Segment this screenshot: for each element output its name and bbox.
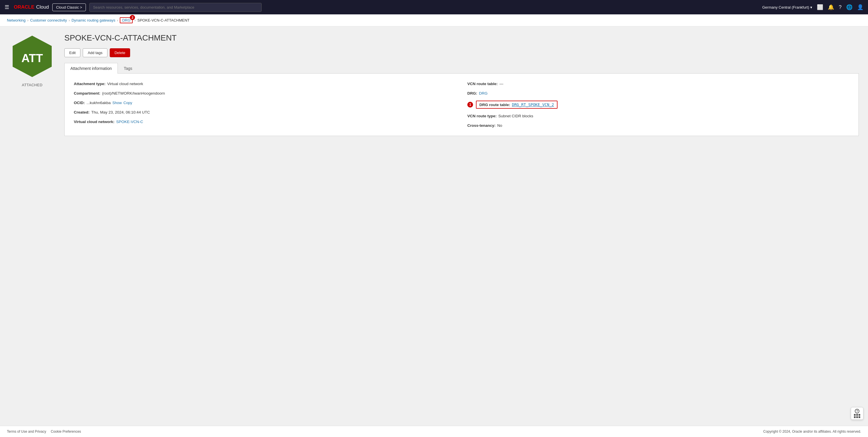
region-label: Germany Central (Frankfurt) — [762, 5, 809, 9]
add-tags-button[interactable]: Add tags — [83, 48, 107, 57]
created-label: Created: — [74, 110, 90, 114]
vcn-value-link[interactable]: SPOKE-VCN-C — [116, 120, 143, 124]
hamburger-menu-icon[interactable]: ☰ — [5, 4, 9, 10]
breadcrumb-sep-1: › — [27, 19, 28, 23]
footer-copyright: Copyright © 2024, Oracle and/or its affi… — [763, 430, 861, 434]
action-buttons: Edit Add tags Delete — [64, 48, 859, 57]
footer-terms-link[interactable]: Terms of Use and Privacy — [7, 430, 46, 434]
page-title: SPOKE-VCN-C-ATTACHMENT — [64, 33, 859, 42]
oracle-text: ORACLE — [14, 4, 34, 10]
info-right-column: VCN route table: — DRG: DRG 1 DRG route … — [467, 82, 849, 128]
info-left-column: Attachment type: Virtual cloud network C… — [74, 82, 456, 128]
tabs-bar: Attachment information Tags — [64, 63, 859, 74]
breadcrumb-dynamic-routing-gateways[interactable]: Dynamic routing gateways — [71, 18, 115, 23]
oracle-logo: ORACLE Cloud — [14, 4, 49, 10]
footer: Terms of Use and Privacy Cookie Preferen… — [0, 426, 868, 437]
console-icon[interactable]: ⬜ — [817, 4, 823, 10]
delete-button[interactable]: Delete — [110, 48, 130, 57]
attachment-type-label: Attachment type: — [74, 82, 105, 86]
tab-tags[interactable]: Tags — [118, 63, 138, 74]
help-dot-2 — [856, 414, 858, 416]
cross-tenancy-label: Cross-tenancy: — [467, 123, 495, 128]
help-ring-icon: ? — [855, 409, 859, 413]
vcn-route-type-label: VCN route type: — [467, 114, 497, 118]
cross-tenancy-row: Cross-tenancy: No — [467, 123, 849, 128]
help-widget[interactable]: ? — [851, 407, 863, 420]
help-dot-3 — [859, 414, 860, 416]
vcn-row: Virtual cloud network: SPOKE-VCN-C — [74, 120, 456, 124]
vcn-route-type-value: Subnet CIDR blocks — [498, 114, 533, 118]
notification-bell-icon[interactable]: 🔔 — [828, 4, 834, 10]
footer-cookies-link[interactable]: Cookie Preferences — [51, 430, 81, 434]
compartment-row: Compartment: (root)/NETWORK/IwanHoogendo… — [74, 91, 456, 95]
attachment-status-label: ATTACHED — [22, 83, 42, 87]
help-dot-4 — [854, 416, 856, 418]
edit-button[interactable]: Edit — [64, 48, 81, 57]
user-avatar-icon[interactable]: 👤 — [857, 4, 863, 10]
vcn-route-table-value: — — [499, 82, 503, 86]
drg-value-link[interactable]: DRG — [479, 91, 488, 95]
drg-label: DRG: — [467, 91, 477, 95]
vcn-label: Virtual cloud network: — [74, 120, 115, 124]
cloud-text: Cloud — [36, 4, 49, 10]
drg-route-table-box: DRG route table: DRG_RT_SPOKE_VCN_2 — [476, 100, 558, 109]
breadcrumb: Networking › Customer connectivity › Dyn… — [0, 14, 868, 26]
attachment-icon: ATT — [9, 33, 55, 79]
right-content: SPOKE-VCN-C-ATTACHMENT Edit Add tags Del… — [64, 33, 859, 136]
page-layout: ATT ATTACHED SPOKE-VCN-C-ATTACHMENT Edit… — [9, 33, 859, 136]
cloud-classic-button[interactable]: Cloud Classic > — [52, 3, 86, 11]
region-selector[interactable]: Germany Central (Frankfurt) ▾ — [762, 5, 812, 9]
help-dot-5 — [856, 416, 858, 418]
breadcrumb-current-page: SPOKE-VCN-C-ATTACHMENT — [137, 18, 190, 23]
breadcrumb-networking[interactable]: Networking — [7, 18, 26, 23]
tab-attachment-information[interactable]: Attachment information — [64, 63, 118, 74]
compartment-value: (root)/NETWORK/IwanHoogendoorn — [102, 91, 165, 95]
help-dot-6 — [859, 416, 860, 418]
created-row: Created: Thu, May 23, 2024, 06:10:44 UTC — [74, 110, 456, 114]
ocid-label: OCID: — [74, 100, 85, 105]
svg-text:ATT: ATT — [22, 52, 43, 64]
breadcrumb-sep-3: › — [117, 19, 118, 23]
breadcrumb-sep-4: › — [134, 19, 135, 23]
vcn-route-table-label: VCN route table: — [467, 82, 498, 86]
footer-links: Terms of Use and Privacy Cookie Preferen… — [7, 430, 81, 434]
drg-route-table-link[interactable]: DRG_RT_SPOKE_VCN_2 — [512, 103, 554, 107]
created-value: Thu, May 23, 2024, 06:10:44 UTC — [91, 110, 150, 114]
drg-route-badge: 1 — [467, 102, 473, 108]
attachment-type-row: Attachment type: Virtual cloud network — [74, 82, 456, 86]
ocid-show-link[interactable]: Show — [112, 100, 122, 105]
top-navigation: ☰ ORACLE Cloud Cloud Classic > Germany C… — [0, 0, 868, 14]
info-grid: Attachment type: Virtual cloud network C… — [74, 82, 849, 128]
info-panel: Attachment type: Virtual cloud network C… — [64, 74, 859, 136]
search-input[interactable] — [89, 3, 262, 12]
breadcrumb-sep-2: › — [69, 19, 70, 23]
breadcrumb-drg-box[interactable]: DRG 2 — [120, 17, 133, 23]
breadcrumb-customer-connectivity[interactable]: Customer connectivity — [30, 18, 67, 23]
hexagon-svg: ATT — [9, 33, 55, 79]
vcn-route-table-row: VCN route table: — — [467, 82, 849, 86]
globe-icon[interactable]: 🌐 — [846, 4, 852, 10]
nav-right-area: Germany Central (Frankfurt) ▾ ⬜ 🔔 ? 🌐 👤 — [762, 4, 863, 10]
main-content: ATT ATTACHED SPOKE-VCN-C-ATTACHMENT Edit… — [0, 26, 868, 426]
chevron-down-icon: ▾ — [810, 5, 812, 9]
drg-route-table-label: DRG route table: — [479, 103, 510, 107]
cross-tenancy-value: No — [497, 123, 502, 128]
help-grid-icon — [854, 414, 860, 418]
ocid-copy-link[interactable]: Copy — [124, 100, 132, 105]
compartment-label: Compartment: — [74, 91, 100, 95]
attachment-type-value: Virtual cloud network — [107, 82, 143, 86]
help-dot-1 — [854, 414, 856, 416]
drg-route-table-row: 1 DRG route table: DRG_RT_SPOKE_VCN_2 — [467, 100, 849, 109]
breadcrumb-drg-label: DRG — [122, 18, 130, 23]
left-icon-area: ATT ATTACHED — [9, 33, 55, 87]
help-icon[interactable]: ? — [839, 4, 842, 10]
ocid-value: ...kukhn6akba — [87, 100, 111, 105]
ocid-row: OCID: ...kukhn6akba Show Copy — [74, 100, 456, 105]
drg-row: DRG: DRG — [467, 91, 849, 95]
vcn-route-type-row: VCN route type: Subnet CIDR blocks — [467, 114, 849, 118]
